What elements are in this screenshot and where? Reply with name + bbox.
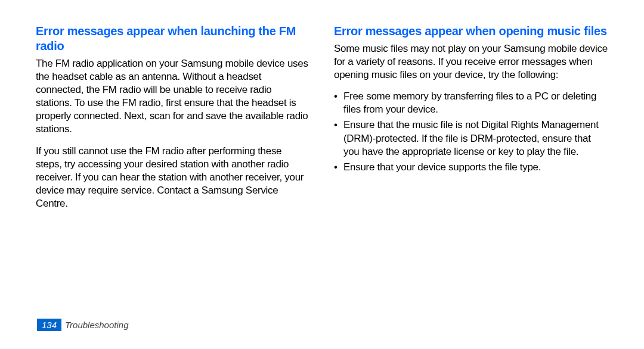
page-number: 134 xyxy=(37,319,61,331)
music-files-paragraph: Some music ﬁles may not play on your Sam… xyxy=(334,42,608,82)
list-item: Ensure that the music ﬁle is not Digital… xyxy=(334,119,608,158)
footer-section-label: Troubleshooting xyxy=(65,320,128,330)
right-column: Error messages appear when opening music… xyxy=(334,24,608,298)
music-files-bullets: Free some memory by transferring ﬁles to… xyxy=(334,90,608,174)
fm-radio-heading: Error messages appear when launching the… xyxy=(36,24,310,54)
list-item: Ensure that your device supports the ﬁle… xyxy=(334,161,608,174)
fm-radio-paragraph-1: The FM radio application on your Samsung… xyxy=(36,57,310,136)
music-files-heading: Error messages appear when opening music… xyxy=(334,24,608,39)
list-item: Free some memory by transferring ﬁles to… xyxy=(334,90,608,116)
page-content: Error messages appear when launching the… xyxy=(0,0,644,298)
left-column: Error messages appear when launching the… xyxy=(36,24,310,298)
fm-radio-paragraph-2: If you still cannot use the FM radio aft… xyxy=(36,145,310,210)
page-footer: 134 Troubleshooting xyxy=(37,319,129,331)
